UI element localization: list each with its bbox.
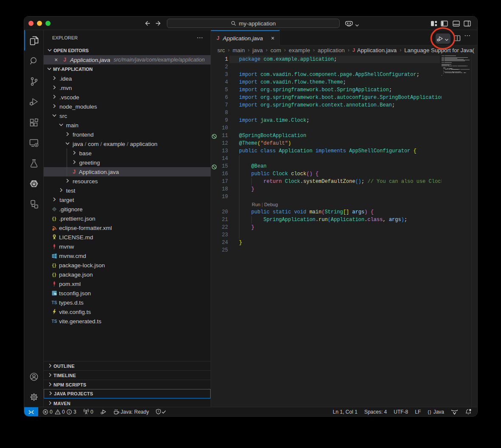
svg-text:ts: ts xyxy=(54,292,57,295)
